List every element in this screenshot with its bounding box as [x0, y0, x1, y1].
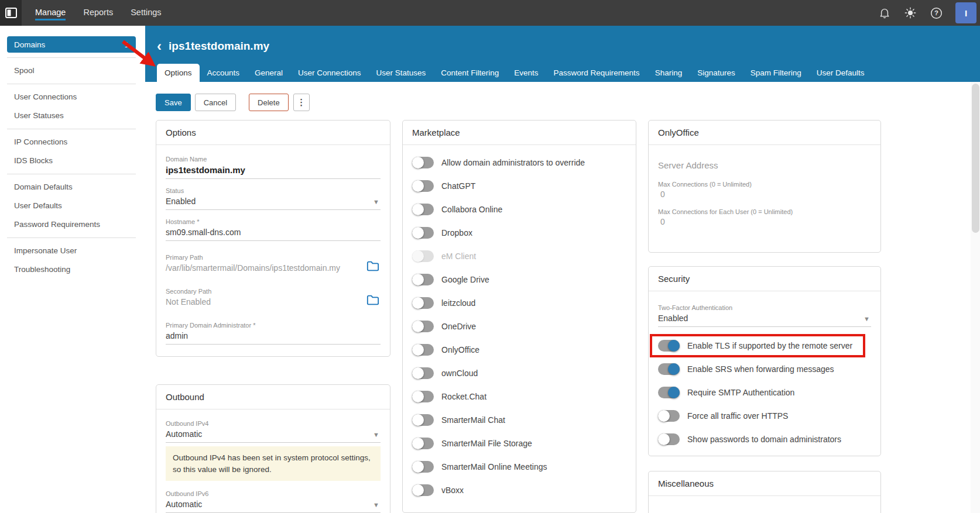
toggle-row-collabora: Collabora Online	[412, 204, 626, 215]
toggle-switch[interactable]	[658, 340, 680, 352]
scrollbar-track[interactable]	[971, 82, 980, 513]
tab-user-connections[interactable]: User Connections	[290, 64, 368, 82]
toggle-row-owncloud: ownCloud	[412, 367, 626, 379]
menu-item-manage[interactable]: Manage	[35, 0, 66, 26]
security-card: Security Two-Factor Authentication Enabl…	[648, 266, 881, 456]
outbound-ipv4-select[interactable]: Automatic	[166, 429, 381, 443]
toggle-row-smartermail-file-storage: SmarterMail File Storage	[412, 438, 626, 449]
main-menu: Manage Reports Settings	[35, 0, 179, 26]
cancel-button[interactable]: Cancel	[195, 94, 236, 111]
folder-icon[interactable]	[366, 294, 379, 308]
scrollbar-thumb[interactable]	[972, 84, 979, 233]
toggle-switch[interactable]	[412, 297, 434, 309]
tab-options[interactable]: Options	[157, 64, 200, 82]
sidebar-item-label: Domains	[14, 40, 45, 49]
toggle-row-smartermail-chat: SmarterMail Chat	[412, 414, 626, 426]
field-label: Outbound IPv6	[166, 490, 381, 497]
tab-password-requirements[interactable]: Password Requirements	[546, 64, 647, 82]
hostname-input[interactable]: sm09.small-dns.com	[166, 228, 381, 241]
menu-item-reports[interactable]: Reports	[83, 0, 113, 26]
onlyoffice-card-title: OnlyOffice	[649, 120, 880, 145]
tab-accounts[interactable]: Accounts	[200, 64, 248, 82]
folder-icon[interactable]	[366, 260, 379, 274]
toggle-switch[interactable]	[412, 204, 434, 215]
field-primary-path: Primary Path /var/lib/smartermail/Domain…	[166, 254, 381, 276]
toggle-switch[interactable]	[658, 387, 680, 398]
sidebar-divider	[7, 237, 136, 238]
menu-item-settings[interactable]: Settings	[131, 0, 161, 26]
field-secondary-path: Secondary Path Not Enabled	[166, 288, 381, 310]
tab-user-statuses[interactable]: User Statuses	[368, 64, 433, 82]
sidebar-item-troubleshooting[interactable]: Troubleshooting	[7, 260, 136, 279]
more-actions-button[interactable]: ⋮	[293, 94, 310, 111]
two-factor-auth-select[interactable]: Enabled	[658, 314, 871, 327]
status-select[interactable]: Enabled	[166, 197, 381, 210]
tab-spam-filtering[interactable]: Spam Filtering	[743, 64, 809, 82]
sidebar-item-user-connections[interactable]: User Connections	[7, 88, 136, 106]
sidebar-item-user-defaults[interactable]: User Defaults	[7, 197, 136, 215]
server-address-field[interactable]: Server Address	[658, 160, 871, 170]
sidebar-item-domain-defaults[interactable]: Domain Defaults	[7, 178, 136, 197]
max-connections-value[interactable]: 0	[658, 190, 871, 199]
max-connections-user-label: Max Connections for Each User (0 = Unlim…	[658, 208, 871, 215]
sidebar-item-user-statuses[interactable]: User Statuses	[7, 106, 136, 125]
tab-content-filtering[interactable]: Content Filtering	[433, 64, 506, 82]
tab-general[interactable]: General	[247, 64, 290, 82]
toggle-label: Require SMTP Authentication	[687, 388, 794, 397]
tab-sharing[interactable]: Sharing	[647, 64, 690, 82]
tab-user-defaults[interactable]: User Defaults	[809, 64, 872, 82]
sidebar-item-password-requirements[interactable]: Password Requirements	[7, 215, 136, 234]
sidebar-toggle-button[interactable]	[0, 0, 22, 26]
field-label: Secondary Path	[166, 288, 381, 295]
field-label: Two-Factor Authentication	[658, 304, 871, 311]
toggle-row-em-client: eM Client	[412, 250, 626, 262]
toggle-switch[interactable]	[412, 461, 434, 473]
domain-name-value[interactable]: ips1testdomain.my	[166, 165, 381, 179]
toggle-label: Enable SRS when forwarding messages	[687, 364, 834, 374]
sidebar-divider	[7, 57, 136, 58]
field-primary-domain-admin: Primary Domain Administrator * admin	[166, 322, 381, 345]
help-icon[interactable]: ?	[930, 6, 943, 19]
options-card-title: Options	[156, 120, 390, 145]
toggle-switch[interactable]	[658, 410, 680, 422]
toggle-switch[interactable]	[412, 484, 434, 496]
toggle-label: Google Drive	[441, 275, 489, 284]
back-chevron-icon[interactable]: ‹	[157, 40, 162, 52]
toggle-row-chatgpt: ChatGPT	[412, 180, 626, 192]
toggle-switch[interactable]	[658, 363, 680, 375]
toggle-switch[interactable]	[412, 391, 434, 402]
page-title: ips1testdomain.my	[169, 40, 269, 53]
toggle-switch[interactable]	[412, 367, 434, 379]
toggle-switch	[412, 250, 434, 262]
toggle-switch[interactable]	[412, 227, 434, 239]
tab-signatures[interactable]: Signatures	[690, 64, 743, 82]
marketplace-card: Marketplace Allow domain administrators …	[402, 120, 636, 513]
sidebar-item-domains[interactable]: Domains 1	[7, 36, 136, 53]
toggle-switch[interactable]	[412, 321, 434, 332]
sidebar-item-impersonate-user[interactable]: Impersonate User	[7, 242, 136, 260]
outbound-ipv6-select[interactable]: Automatic	[166, 500, 381, 513]
notifications-bell-icon[interactable]	[878, 6, 891, 19]
tab-events[interactable]: Events	[506, 64, 546, 82]
max-connections-user-value[interactable]: 0	[658, 217, 871, 226]
sidebar-divider	[7, 84, 136, 84]
sidebar-item-ids-blocks[interactable]: IDS Blocks	[7, 152, 136, 170]
outbound-ipv4-note: Outbound IPv4 has been set in system pro…	[166, 446, 381, 481]
toggle-switch[interactable]	[412, 438, 434, 449]
toggle-switch[interactable]	[412, 414, 434, 426]
toggle-switch[interactable]	[412, 274, 434, 285]
toggle-row-rocket-chat: Rocket.Chat	[412, 391, 626, 402]
sidebar-item-spool[interactable]: Spool	[7, 61, 136, 80]
top-navbar: Manage Reports Settings	[0, 0, 980, 26]
toggle-switch[interactable]	[412, 344, 434, 356]
delete-button[interactable]: Delete	[249, 94, 289, 111]
theme-sun-icon[interactable]	[904, 6, 917, 19]
sidebar-item-ip-connections[interactable]: IP Connections	[7, 133, 136, 152]
save-button[interactable]: Save	[156, 94, 191, 111]
toggle-switch[interactable]	[412, 157, 434, 168]
primary-domain-admin-input[interactable]: admin	[166, 331, 381, 345]
toggle-switch[interactable]	[658, 433, 680, 445]
toggle-switch[interactable]	[412, 180, 434, 192]
toggle-label: SmarterMail Online Meetings	[441, 462, 547, 471]
user-avatar[interactable]: I	[955, 2, 976, 23]
